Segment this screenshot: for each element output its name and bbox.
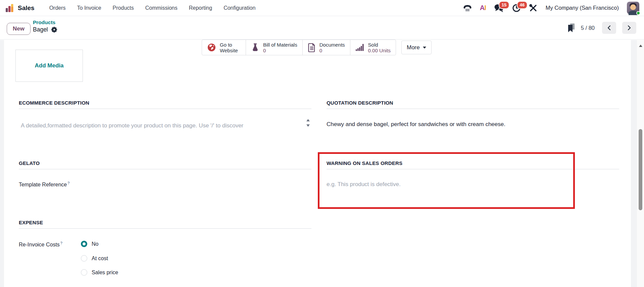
messages-icon[interactable]: 15 bbox=[494, 4, 504, 12]
control-panel: New Products Bagel bbox=[0, 16, 644, 40]
help-icon[interactable]: ? bbox=[67, 181, 69, 185]
radio-unselected-icon[interactable] bbox=[81, 269, 87, 276]
documents-button[interactable]: Documents 0 bbox=[303, 40, 350, 55]
help-icon[interactable]: ? bbox=[60, 241, 62, 245]
bookmark-icon[interactable] bbox=[567, 23, 576, 33]
quotation-description-heading: QUOTATION DESCRIPTION bbox=[327, 100, 619, 109]
menu-to-invoice[interactable]: To Invoice bbox=[77, 5, 101, 11]
activities-badge: 46 bbox=[517, 1, 528, 9]
stat-label: Sold bbox=[368, 42, 391, 48]
editor-spinners bbox=[306, 119, 310, 127]
radio-option-at-cost[interactable]: At cost bbox=[81, 255, 108, 262]
scrollbar-up-arrow[interactable] bbox=[639, 45, 642, 47]
menu-orders[interactable]: Orders bbox=[49, 5, 66, 11]
re-invoice-costs-label: Re-Invoice Costs? bbox=[19, 241, 62, 248]
activities-icon[interactable]: 46 bbox=[512, 4, 521, 12]
stat-value: 0 bbox=[263, 48, 297, 53]
messages-badge: 15 bbox=[499, 1, 509, 9]
add-media-label: Add Media bbox=[35, 62, 64, 69]
menu-reporting[interactable]: Reporting bbox=[189, 5, 212, 11]
top-navbar: Sales Orders To Invoice Products Commiss… bbox=[0, 0, 644, 16]
add-media-button[interactable]: Add Media bbox=[15, 50, 83, 82]
stat-label: Bill of Materials bbox=[263, 42, 297, 48]
radio-selected-icon[interactable] bbox=[81, 241, 87, 247]
odoo-sales-product-page: Sales Orders To Invoice Products Commiss… bbox=[0, 0, 644, 287]
online-status-dot bbox=[636, 11, 640, 15]
pager-value[interactable]: 5 / 80 bbox=[581, 25, 595, 31]
stat-label: Documents bbox=[319, 42, 345, 48]
spinner-up-icon[interactable] bbox=[306, 119, 310, 121]
warning-message-input[interactable]: e.g. This product is defective. bbox=[327, 181, 541, 188]
tools-icon[interactable] bbox=[529, 4, 538, 12]
chevron-down-icon bbox=[423, 47, 426, 50]
app-name: Sales bbox=[18, 4, 35, 12]
sold-button[interactable]: Sold 0.00 Units bbox=[350, 40, 396, 55]
more-dropdown-button[interactable]: More bbox=[401, 41, 432, 54]
pager-next-button[interactable] bbox=[622, 22, 636, 34]
pager-previous-button[interactable] bbox=[602, 22, 616, 34]
company-switcher[interactable]: My Company (San Francisco) bbox=[546, 5, 619, 11]
breadcrumb-current-record: Bagel bbox=[33, 26, 48, 33]
new-button[interactable]: New bbox=[7, 23, 31, 35]
stat-value: 0 bbox=[319, 48, 345, 53]
breadcrumb-products-link[interactable]: Products bbox=[33, 19, 57, 25]
go-to-website-button[interactable]: Go to Website bbox=[202, 40, 246, 55]
app-menu: Orders To Invoice Products Commissions R… bbox=[49, 5, 256, 11]
bar-chart-icon bbox=[355, 43, 364, 52]
bill-of-materials-button[interactable]: Bill of Materials 0 bbox=[246, 40, 303, 55]
ai-icon[interactable]: AI bbox=[480, 4, 486, 12]
right-gutter bbox=[631, 40, 637, 287]
expense-heading: EXPENSE bbox=[19, 220, 311, 229]
chevron-right-icon bbox=[627, 25, 632, 31]
quotation-description-field[interactable]: Chewy and dense bagel, perfect for sandw… bbox=[327, 121, 608, 128]
radio-option-sales-price[interactable]: Sales price bbox=[81, 269, 118, 276]
sales-app-home[interactable]: Sales bbox=[5, 3, 35, 12]
gelato-heading: GELATO bbox=[19, 160, 311, 169]
document-icon bbox=[308, 43, 316, 52]
voip-phone-icon[interactable] bbox=[463, 4, 472, 12]
radio-option-no[interactable]: No bbox=[81, 241, 98, 247]
sales-app-icon bbox=[5, 3, 14, 12]
gear-icon[interactable] bbox=[51, 26, 57, 33]
spinner-down-icon[interactable] bbox=[306, 124, 310, 127]
flask-icon bbox=[251, 43, 259, 52]
menu-products[interactable]: Products bbox=[113, 5, 134, 11]
pager: 5 / 80 bbox=[567, 16, 636, 40]
globe-icon bbox=[207, 43, 216, 52]
menu-commissions[interactable]: Commissions bbox=[145, 5, 178, 11]
template-reference-label: Template Reference? bbox=[19, 181, 69, 188]
breadcrumb: Products Bagel bbox=[33, 19, 57, 33]
ecommerce-description-input[interactable]: A detailed,formatted description to prom… bbox=[21, 122, 289, 129]
stat-button-box: Go to Website Bill of Materials 0 bbox=[202, 40, 396, 55]
systray: AI 15 46 bbox=[463, 2, 639, 14]
scrollbar-thumb[interactable] bbox=[639, 129, 642, 210]
stat-value: 0.00 Units bbox=[368, 48, 391, 53]
user-avatar[interactable] bbox=[627, 2, 639, 14]
chevron-left-icon bbox=[607, 25, 611, 31]
radio-unselected-icon[interactable] bbox=[81, 255, 87, 262]
stat-label: Go to Website bbox=[220, 42, 241, 53]
menu-configuration[interactable]: Configuration bbox=[224, 5, 255, 11]
ecommerce-description-heading: ECOMMERCE DESCRIPTION bbox=[19, 100, 311, 109]
warning-sales-orders-heading: WARNING ON SALES ORDERS bbox=[327, 160, 619, 169]
left-gutter bbox=[0, 40, 4, 287]
